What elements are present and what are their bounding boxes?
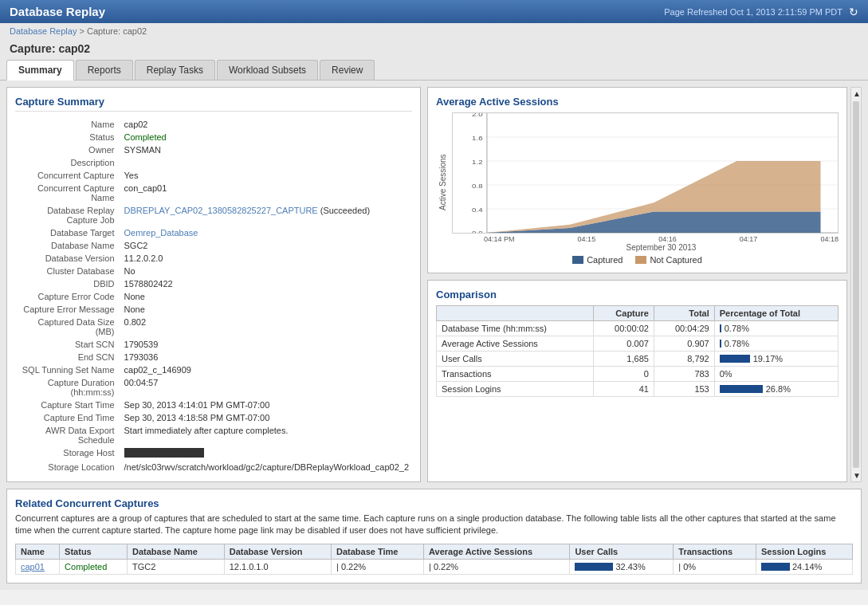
capture-summary-panel: Capture Summary Namecap02StatusCompleted… (6, 87, 421, 482)
scroll-up-button[interactable]: ▲ (851, 88, 861, 100)
comp-pct: 0% (714, 367, 838, 382)
summary-value: None (121, 303, 412, 316)
summary-label: Capture End Time (15, 411, 121, 424)
comp-bar (720, 324, 721, 332)
tab-summary[interactable]: Summary (6, 60, 74, 81)
mini-bar (575, 563, 613, 571)
summary-value: Yes (121, 169, 412, 182)
summary-label: Capture Error Code (15, 290, 121, 303)
summary-row: End SCN1793036 (15, 351, 412, 363)
scroll-down-button[interactable]: ▼ (851, 469, 861, 481)
svg-text:0.4: 0.4 (472, 206, 483, 214)
summary-value: None (121, 290, 412, 303)
summary-row: Capture Error MessageNone (15, 303, 412, 316)
comp-metric: Transactions (437, 367, 594, 382)
summary-row: Namecap02 (15, 118, 412, 131)
summary-row: SQL Tunning Set Namecap02_c_146909 (15, 363, 412, 376)
summary-label: Status (15, 131, 121, 143)
summary-row: StatusCompleted (15, 131, 412, 143)
legend-captured-label: Captured (587, 255, 623, 265)
legend-not-captured-box (635, 256, 646, 264)
summary-value: 11.2.0.2.0 (121, 252, 412, 265)
table-cell: cap01 (16, 559, 60, 574)
comp-col-capture: Capture (594, 306, 654, 321)
bottom-col-header: User Calls (570, 544, 674, 559)
page-scrollbar[interactable]: ▲ ▼ (850, 87, 862, 482)
summary-label: Concurrent Capture (15, 169, 121, 182)
summary-label: AWR Data Export Schedule (15, 424, 121, 446)
summary-row: OwnerSYSMAN (15, 143, 412, 156)
summary-row: Storage Location/net/slc03rwv/scratch/wo… (15, 461, 412, 473)
page-header: Database Replay Page Refreshed Oct 1, 20… (0, 0, 868, 23)
summary-row: Storage Host (15, 446, 412, 461)
comp-total: 783 (654, 367, 714, 382)
summary-label: Storage Host (15, 446, 121, 461)
comp-pct: 0.78% (714, 321, 838, 336)
scroll-thumb[interactable] (853, 101, 859, 468)
chart-x-sublabel: September 30 2013 (452, 243, 839, 252)
summary-value: Start immediately after capture complete… (121, 424, 412, 446)
summary-row: AWR Data Export ScheduleStart immediatel… (15, 424, 412, 446)
chart-y-label: Active Sessions (436, 112, 449, 252)
summary-value: Oemrep_Database (121, 226, 412, 239)
table-cell: 12.1.0.1.0 (224, 559, 331, 574)
table-cell: | 0% (674, 559, 756, 574)
summary-value: con_cap01 (121, 182, 412, 204)
bottom-col-header: Name (16, 544, 60, 559)
comp-total: 153 (654, 382, 714, 397)
table-cell: 32.43% (570, 559, 674, 574)
comp-capture: 0.007 (594, 336, 654, 352)
table-row: cap01CompletedTGC212.1.0.1.0| 0.22%| 0.2… (16, 559, 853, 574)
mini-bar (761, 563, 790, 571)
summary-label: Owner (15, 143, 121, 156)
tab-replay-tasks[interactable]: Replay Tasks (135, 60, 215, 80)
refresh-icon[interactable]: ↻ (849, 6, 858, 18)
summary-value (121, 156, 412, 169)
comp-col-pct: Percentage of Total (714, 306, 838, 321)
summary-value (121, 446, 412, 461)
related-concurrent-table: NameStatusDatabase NameDatabase VersionD… (15, 544, 853, 575)
breadcrumb-parent[interactable]: Database Replay (10, 26, 77, 36)
svg-text:1.2: 1.2 (472, 159, 483, 166)
comp-pct: 26.8% (714, 382, 838, 397)
summary-row: Captured Data Size (MB)0.802 (15, 316, 412, 338)
capture-summary-title: Capture Summary (15, 96, 412, 112)
bottom-section: Related Concurrent Captures Concurrent c… (0, 489, 868, 590)
comp-metric: Database Time (hh:mm:ss) (437, 321, 594, 336)
summary-row: Capture Start TimeSep 30, 2013 4:14:01 P… (15, 399, 412, 411)
summary-row: Description (15, 156, 412, 169)
summary-label: Concurrent Capture Name (15, 182, 121, 204)
breadcrumb-current: Capture: cap02 (87, 26, 147, 36)
table-cell: TGC2 (128, 559, 225, 574)
related-concurrent-panel: Related Concurrent Captures Concurrent c… (6, 489, 862, 583)
summary-label: SQL Tunning Set Name (15, 363, 121, 376)
summary-value: Completed (121, 131, 412, 143)
summary-value: 00:04:57 (121, 376, 412, 399)
chart-panel: Average Active Sessions Active Sessions (427, 87, 847, 273)
summary-row: Database Replay Capture JobDBREPLAY_CAP0… (15, 204, 412, 226)
bottom-col-header: Database Version (224, 544, 331, 559)
comp-row: Average Active Sessions0.0070.9070.78% (437, 336, 839, 352)
summary-value: 0.802 (121, 316, 412, 338)
tab-reports[interactable]: Reports (76, 60, 133, 80)
comp-bar (720, 340, 721, 348)
summary-label: Start SCN (15, 338, 121, 351)
summary-row: Database Version11.2.0.2.0 (15, 252, 412, 265)
comp-col-metric (437, 306, 594, 321)
summary-row: Concurrent Capture Namecon_cap01 (15, 182, 412, 204)
related-concurrent-desc: Concurrent captures are a group of captu… (15, 513, 853, 537)
summary-row: Cluster DatabaseNo (15, 265, 412, 277)
comp-row: Session Logins4115326.8% (437, 382, 839, 397)
tab-review[interactable]: Review (320, 60, 375, 80)
table-cell: Completed (60, 559, 128, 574)
tab-workload-subsets[interactable]: Workload Subsets (217, 60, 318, 80)
x-tick-3: 04:16 (658, 235, 677, 243)
summary-label: Captured Data Size (MB) (15, 316, 121, 338)
comp-pct: 19.17% (714, 352, 838, 367)
summary-label: End SCN (15, 351, 121, 363)
summary-row: Capture End TimeSep 30, 2013 4:18:58 PM … (15, 411, 412, 424)
x-tick-2: 04:15 (578, 235, 596, 243)
summary-value: 1578802422 (121, 277, 412, 290)
table-cell: | 0.22% (424, 559, 570, 574)
comp-metric: Session Logins (437, 382, 594, 397)
